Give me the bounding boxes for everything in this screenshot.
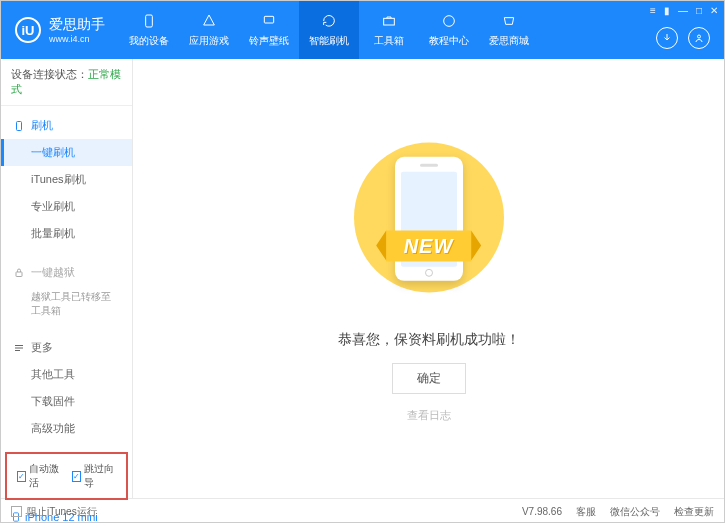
nav-ringtone[interactable]: 铃声壁纸 bbox=[239, 1, 299, 59]
new-ribbon: NEW bbox=[386, 231, 472, 262]
user-button[interactable] bbox=[688, 27, 710, 49]
confirm-button[interactable]: 确定 bbox=[392, 363, 466, 394]
logo-icon: iU bbox=[15, 17, 41, 43]
cart-icon bbox=[500, 12, 518, 30]
svg-rect-2 bbox=[384, 18, 395, 25]
svg-point-4 bbox=[698, 35, 701, 38]
view-log-link[interactable]: 查看日志 bbox=[407, 408, 451, 423]
nav-tutorials[interactable]: 教程中心 bbox=[419, 1, 479, 59]
menu-icon[interactable]: ≡ bbox=[650, 5, 656, 16]
app-header: iU 爱思助手 www.i4.cn 我的设备 应用游戏 铃声壁纸 智能刷机 工具… bbox=[1, 1, 724, 59]
block-itunes-label: 阻止iTunes运行 bbox=[27, 505, 97, 519]
skip-guide-checkbox[interactable]: ✓跳过向导 bbox=[72, 462, 117, 490]
nav-label: 应用游戏 bbox=[189, 34, 229, 48]
device-icon bbox=[13, 120, 25, 132]
check-update-link[interactable]: 检查更新 bbox=[674, 505, 714, 519]
nav-label: 铃声壁纸 bbox=[249, 34, 289, 48]
nav-label: 教程中心 bbox=[429, 34, 469, 48]
sidebar-item-advanced[interactable]: 高级功能 bbox=[1, 415, 132, 442]
sidebar-item-othertools[interactable]: 其他工具 bbox=[1, 361, 132, 388]
book-icon bbox=[440, 12, 458, 30]
nav-label: 爱思商城 bbox=[489, 34, 529, 48]
sidebar-item-pro[interactable]: 专业刷机 bbox=[1, 193, 132, 220]
sidebar-label: 更多 bbox=[31, 340, 53, 355]
apps-icon bbox=[200, 12, 218, 30]
svg-rect-6 bbox=[16, 272, 22, 277]
nav-toolbox[interactable]: 工具箱 bbox=[359, 1, 419, 59]
svg-rect-5 bbox=[17, 121, 22, 130]
nav-label: 工具箱 bbox=[374, 34, 404, 48]
window-controls: ≡ ▮ — □ ✕ bbox=[650, 5, 718, 16]
main-nav: 我的设备 应用游戏 铃声壁纸 智能刷机 工具箱 教程中心 爱思商城 bbox=[119, 1, 539, 59]
sidebar-item-batch[interactable]: 批量刷机 bbox=[1, 220, 132, 247]
chk-label: 跳过向导 bbox=[84, 462, 116, 490]
jailbreak-note: 越狱工具已转移至工具箱 bbox=[1, 286, 132, 322]
success-message: 恭喜您，保资料刷机成功啦！ bbox=[338, 331, 520, 349]
auto-activate-checkbox[interactable]: ✓自动激活 bbox=[17, 462, 62, 490]
wechat-link[interactable]: 微信公众号 bbox=[610, 505, 660, 519]
app-title: 爱思助手 bbox=[49, 16, 105, 34]
connection-status: 设备连接状态：正常模式 bbox=[1, 59, 132, 106]
logo: iU 爱思助手 www.i4.cn bbox=[1, 16, 119, 44]
version-label: V7.98.66 bbox=[522, 506, 562, 517]
sidebar-item-oneclick[interactable]: 一键刷机 bbox=[1, 139, 132, 166]
lock-icon bbox=[13, 267, 25, 279]
status-label: 设备连接状态： bbox=[11, 68, 88, 80]
sidebar-label: 刷机 bbox=[31, 118, 53, 133]
sidebar-item-firmware[interactable]: 下载固件 bbox=[1, 388, 132, 415]
svg-rect-0 bbox=[146, 15, 153, 27]
options-row: ✓自动激活 ✓跳过向导 bbox=[5, 452, 128, 500]
nav-my-device[interactable]: 我的设备 bbox=[119, 1, 179, 59]
music-icon bbox=[260, 12, 278, 30]
svg-rect-1 bbox=[264, 16, 273, 23]
sidebar-flash-head[interactable]: 刷机 bbox=[1, 112, 132, 139]
sidebar-label: 一键越狱 bbox=[31, 265, 75, 280]
nav-flash[interactable]: 智能刷机 bbox=[299, 1, 359, 59]
nav-store[interactable]: 爱思商城 bbox=[479, 1, 539, 59]
sidebar: 设备连接状态：正常模式 刷机 一键刷机 iTunes刷机 专业刷机 批量刷机 一… bbox=[1, 59, 133, 498]
flash-icon bbox=[320, 12, 338, 30]
list-icon bbox=[13, 342, 25, 354]
app-url: www.i4.cn bbox=[49, 34, 105, 44]
success-illustration: NEW bbox=[339, 135, 519, 315]
maximize-icon[interactable]: □ bbox=[696, 5, 702, 16]
nav-apps[interactable]: 应用游戏 bbox=[179, 1, 239, 59]
chk-label: 自动激活 bbox=[29, 462, 61, 490]
minimize-icon[interactable]: — bbox=[678, 5, 688, 16]
main-content: NEW 恭喜您，保资料刷机成功啦！ 确定 查看日志 bbox=[133, 59, 724, 498]
close-icon[interactable]: ✕ bbox=[710, 5, 718, 16]
sidebar-more-head[interactable]: 更多 bbox=[1, 334, 132, 361]
toolbox-icon bbox=[380, 12, 398, 30]
svg-point-3 bbox=[444, 16, 455, 27]
block-itunes-checkbox[interactable] bbox=[11, 506, 22, 517]
phone-icon bbox=[140, 12, 158, 30]
sidebar-item-itunes[interactable]: iTunes刷机 bbox=[1, 166, 132, 193]
download-button[interactable] bbox=[656, 27, 678, 49]
customer-service-link[interactable]: 客服 bbox=[576, 505, 596, 519]
sidebar-jailbreak-head[interactable]: 一键越狱 bbox=[1, 259, 132, 286]
nav-label: 智能刷机 bbox=[309, 34, 349, 48]
skin-icon[interactable]: ▮ bbox=[664, 5, 670, 16]
nav-label: 我的设备 bbox=[129, 34, 169, 48]
